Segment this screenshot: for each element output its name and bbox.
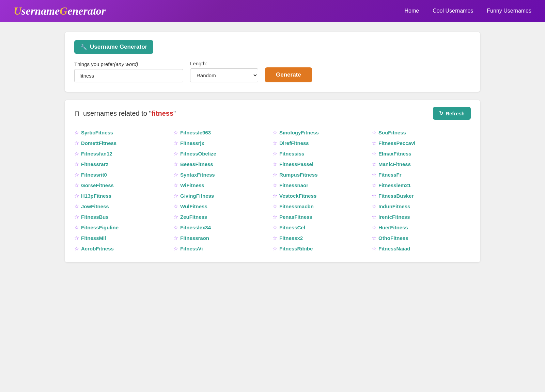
username-item[interactable]: ☆ FitnessCel [272,225,372,230]
username-item[interactable]: ☆ FitnessFiguline [74,225,173,230]
username-item[interactable]: ☆ FitnessNaiad [372,246,471,251]
username-item[interactable]: ☆ H13pFitness [74,193,173,199]
username-link[interactable]: WulFitness [180,203,207,209]
username-item[interactable]: ☆ FitnessVi [173,246,272,251]
username-item[interactable]: ☆ Fitnessrjx [173,140,272,146]
username-item[interactable]: ☆ FitnessObelize [173,151,272,157]
username-item[interactable]: ☆ Fitnesslem21 [372,182,471,188]
username-item[interactable]: ☆ FitnessMil [74,235,173,241]
username-item[interactable]: ☆ Fitnessmacbn [272,203,372,209]
username-item[interactable]: ☆ DirefFitness [272,140,372,146]
username-item[interactable]: ☆ Fitnesslex34 [173,225,272,230]
username-link[interactable]: FitnessPeccavi [378,140,415,146]
username-link[interactable]: DirefFitness [279,140,309,146]
username-link[interactable]: IrenicFitness [378,214,410,220]
username-link[interactable]: Fitnessmacbn [279,203,314,209]
username-item[interactable]: ☆ SyntaxFitness [173,172,272,178]
username-item[interactable]: ☆ SyrticFitness [74,130,173,135]
username-link[interactable]: RumpusFitness [279,172,318,178]
username-item[interactable]: ☆ AcrobFitness [74,246,173,251]
username-link[interactable]: SouFitness [378,130,406,135]
keyword-input[interactable] [74,69,183,82]
username-item[interactable]: ☆ HuerFitness [372,225,471,230]
username-link[interactable]: H13pFitness [81,193,111,199]
username-item[interactable]: ☆ Fitnessiss [272,151,372,157]
username-link[interactable]: Fitnessx2 [279,235,303,241]
username-link[interactable]: FitnessNaiad [378,246,410,251]
username-link[interactable]: ElmaxFitness [378,151,411,157]
username-link[interactable]: WiFitness [180,182,204,188]
username-link[interactable]: VestockFitness [279,193,316,199]
username-link[interactable]: SyntaxFitness [180,172,215,178]
username-link[interactable]: Fitnesslex34 [180,225,211,230]
username-link[interactable]: SyrticFitness [81,130,113,135]
username-link[interactable]: JowFitness [81,203,109,209]
username-item[interactable]: ☆ FitnessBusker [372,193,471,199]
username-item[interactable]: ☆ Fitnessraon [173,235,272,241]
generate-button[interactable]: Generate [265,67,312,82]
username-item[interactable]: ☆ Fitnessfan12 [74,151,173,157]
username-item[interactable]: ☆ FitnessRibibe [272,246,372,251]
username-item[interactable]: ☆ ManicFitness [372,161,471,167]
username-link[interactable]: BeeasFitness [180,161,213,167]
username-link[interactable]: ZeuFitness [180,214,207,220]
username-link[interactable]: ManicFitness [378,161,411,167]
username-link[interactable]: HuerFitness [378,225,408,230]
username-item[interactable]: ☆ GivingFitness [173,193,272,199]
username-link[interactable]: Fitnessrjx [180,140,204,146]
username-item[interactable]: ☆ FitnessPeccavi [372,140,471,146]
username-item[interactable]: ☆ Fitnessle963 [173,130,272,135]
username-item[interactable]: ☆ WiFitness [173,182,272,188]
username-item[interactable]: ☆ FitnessBus [74,214,173,220]
username-link[interactable]: AcrobFitness [81,246,114,251]
nav-funny-usernames[interactable]: Funny Usernames [487,8,531,14]
username-link[interactable]: GorseFitness [81,182,114,188]
username-item[interactable]: ☆ PenasFitness [272,214,372,220]
nav-cool-usernames[interactable]: Cool Usernames [433,8,473,14]
username-link[interactable]: FitnessFiguline [81,225,119,230]
username-item[interactable]: ☆ WulFitness [173,203,272,209]
username-item[interactable]: ☆ OthoFitness [372,235,471,241]
username-item[interactable]: ☆ JowFitness [74,203,173,209]
username-item[interactable]: ☆ VestockFitness [272,193,372,199]
username-link[interactable]: FitnessPassel [279,161,313,167]
username-link[interactable]: GivingFitness [180,193,214,199]
username-item[interactable]: ☆ DomettFitness [74,140,173,146]
username-link[interactable]: FitnessFr [378,172,402,178]
username-item[interactable]: ☆ SouFitness [372,130,471,135]
username-link[interactable]: Fitnessrit0 [81,172,107,178]
username-item[interactable]: ☆ Fitnessnaor [272,182,372,188]
username-item[interactable]: ☆ Fitnessrarz [74,161,173,167]
username-item[interactable]: ☆ ZeuFitness [173,214,272,220]
username-link[interactable]: FitnessVi [180,246,203,251]
username-item[interactable]: ☆ BeeasFitness [173,161,272,167]
username-link[interactable]: FitnessObelize [180,151,216,157]
username-item[interactable]: ☆ RumpusFitness [272,172,372,178]
username-link[interactable]: Fitnessle963 [180,130,211,135]
nav-home[interactable]: Home [404,8,419,14]
username-item[interactable]: ☆ SinologyFitness [272,130,372,135]
username-item[interactable]: ☆ GorseFitness [74,182,173,188]
username-item[interactable]: ☆ IrenicFitness [372,214,471,220]
username-link[interactable]: OthoFitness [378,235,408,241]
username-item[interactable]: ☆ ElmaxFitness [372,151,471,157]
username-item[interactable]: ☆ FitnessFr [372,172,471,178]
username-link[interactable]: FitnessMil [81,235,106,241]
username-link[interactable]: FitnessBusker [378,193,414,199]
username-link[interactable]: FitnessRibibe [279,246,313,251]
length-select[interactable]: Random Short Medium Long [190,68,258,82]
username-link[interactable]: Fitnessnaor [279,182,308,188]
username-link[interactable]: SinologyFitness [279,130,319,135]
username-link[interactable]: Fitnessiss [279,151,304,157]
username-link[interactable]: Fitnessraon [180,235,209,241]
username-link[interactable]: Fitnessfan12 [81,151,112,157]
username-item[interactable]: ☆ Fitnessrit0 [74,172,173,178]
username-link[interactable]: IndunFitness [378,203,410,209]
username-item[interactable]: ☆ FitnessPassel [272,161,372,167]
username-link[interactable]: DomettFitness [81,140,116,146]
username-link[interactable]: Fitnessrarz [81,161,108,167]
username-link[interactable]: FitnessBus [81,214,109,220]
refresh-button[interactable]: ↻ Refresh [433,107,471,120]
username-item[interactable]: ☆ Fitnessx2 [272,235,372,241]
username-item[interactable]: ☆ IndunFitness [372,203,471,209]
